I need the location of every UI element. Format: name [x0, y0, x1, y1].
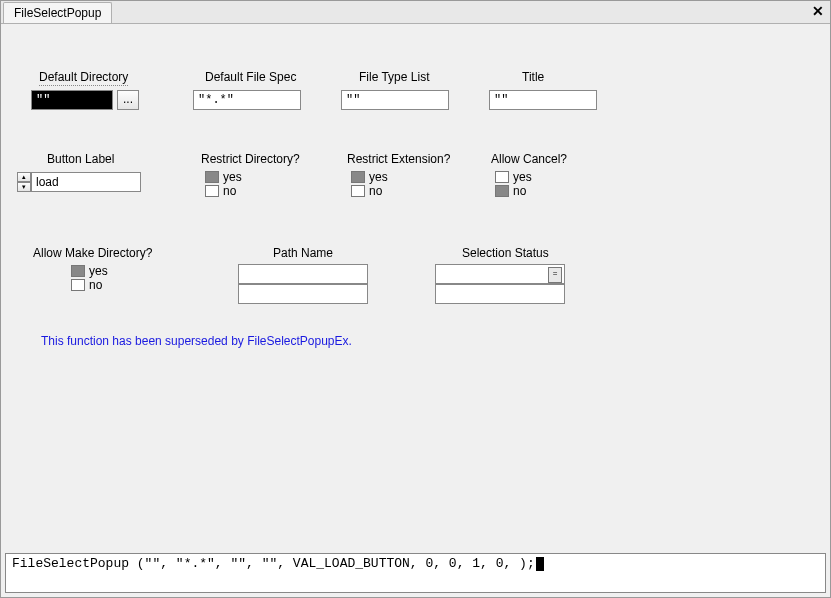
- path-name-box-bottom[interactable]: [238, 284, 368, 304]
- no-label: no: [513, 184, 526, 198]
- code-text: FileSelectPopup ("", "*.*", "", "", VAL_…: [12, 556, 535, 571]
- restrict-directory-no-box[interactable]: [205, 185, 219, 197]
- restrict-directory-label: Restrict Directory?: [201, 152, 300, 166]
- no-label: no: [223, 184, 236, 198]
- panel: Default Directory ... Default File Spec …: [1, 24, 830, 597]
- default-directory-input[interactable]: [31, 90, 113, 110]
- allow-make-directory-toggle[interactable]: yes no: [71, 264, 108, 292]
- button-label-input[interactable]: [31, 172, 141, 192]
- spinner-up-icon[interactable]: ▴: [17, 172, 31, 182]
- title-input[interactable]: [489, 90, 597, 110]
- file-select-popup-window: FileSelectPopup ✕ Default Directory ... …: [0, 0, 831, 598]
- path-name-box-top[interactable]: [238, 264, 368, 284]
- file-type-list-label: File Type List: [359, 70, 429, 84]
- selection-status-box-top[interactable]: =: [435, 264, 565, 284]
- allow-make-directory-no-box[interactable]: [71, 279, 85, 291]
- tab-fileselectpopup[interactable]: FileSelectPopup: [3, 2, 112, 23]
- no-label: no: [369, 184, 382, 198]
- spinner-down-icon[interactable]: ▾: [17, 182, 31, 192]
- allow-cancel-label: Allow Cancel?: [491, 152, 567, 166]
- default-file-spec-input[interactable]: [193, 90, 301, 110]
- code-preview[interactable]: FileSelectPopup ("", "*.*", "", "", VAL_…: [5, 553, 826, 593]
- yes-label: yes: [513, 170, 532, 184]
- path-name-label: Path Name: [273, 246, 333, 260]
- superseded-note: This function has been superseded by Fil…: [41, 334, 352, 348]
- allow-cancel-toggle[interactable]: yes no: [495, 170, 532, 198]
- file-type-list-input[interactable]: [341, 90, 449, 110]
- close-icon[interactable]: ✕: [812, 3, 824, 19]
- default-directory-label: Default Directory: [39, 70, 128, 86]
- restrict-extension-toggle[interactable]: yes no: [351, 170, 388, 198]
- browse-button[interactable]: ...: [117, 90, 139, 110]
- allow-make-directory-label: Allow Make Directory?: [33, 246, 152, 260]
- allow-cancel-no-box[interactable]: [495, 185, 509, 197]
- selection-status-label: Selection Status: [462, 246, 549, 260]
- selection-status-box-bottom[interactable]: [435, 284, 565, 304]
- yes-label: yes: [89, 264, 108, 278]
- yes-label: yes: [369, 170, 388, 184]
- default-file-spec-label: Default File Spec: [205, 70, 296, 84]
- restrict-extension-yes-box[interactable]: [351, 171, 365, 183]
- tab-strip: FileSelectPopup ✕: [1, 1, 830, 24]
- button-label-label: Button Label: [47, 152, 114, 166]
- restrict-directory-toggle[interactable]: yes no: [205, 170, 242, 198]
- button-label-spinner[interactable]: ▴ ▾: [17, 172, 31, 192]
- restrict-extension-no-box[interactable]: [351, 185, 365, 197]
- no-label: no: [89, 278, 102, 292]
- restrict-extension-label: Restrict Extension?: [347, 152, 450, 166]
- yes-label: yes: [223, 170, 242, 184]
- allow-cancel-yes-box[interactable]: [495, 171, 509, 183]
- selection-status-handle-icon[interactable]: =: [548, 267, 562, 283]
- allow-make-directory-yes-box[interactable]: [71, 265, 85, 277]
- text-cursor: [536, 557, 544, 571]
- title-label: Title: [522, 70, 544, 84]
- restrict-directory-yes-box[interactable]: [205, 171, 219, 183]
